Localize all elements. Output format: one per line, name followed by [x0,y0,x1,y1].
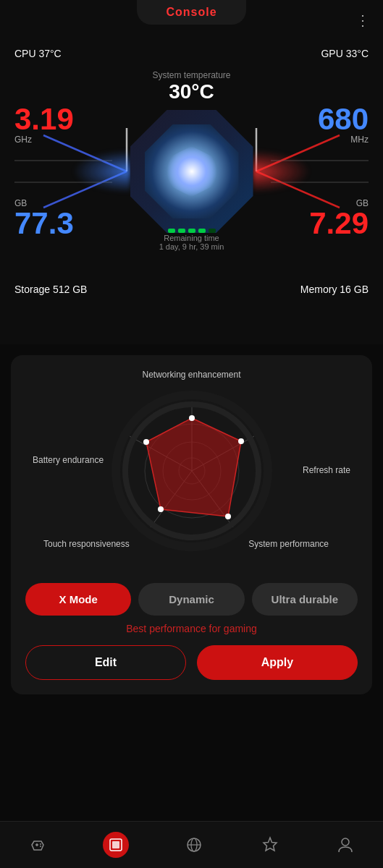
remaining-value: 1 day, 9 hr, 39 min [159,242,224,251]
header-tab: Console [137,0,245,25]
dot-1 [168,229,175,233]
dot-2 [178,229,185,233]
mode-buttons: X Mode Dynamic Ultra durable [25,583,358,616]
svg-marker-36 [264,838,277,851]
apply-button[interactable]: Apply [197,645,358,680]
system-monitor: CPU 37°C GPU 33°C [0,41,383,344]
svg-point-29 [40,843,41,845]
dot-5 [209,229,216,233]
menu-icon[interactable]: ⋮ [355,12,370,29]
nav-user-icon [335,835,355,855]
radar-label-top: Networking enhancement [142,370,240,381]
storage-stat: Storage 512 GB [14,284,87,295]
remaining-label: Remaining time [159,234,224,242]
nav-globe-icon [184,835,204,855]
mode-description: Best performance for gaming [25,623,358,634]
radar-container: Networking enhancement Refresh rate Syst… [25,370,358,572]
performance-card: Networking enhancement Refresh rate Syst… [11,355,372,694]
radar-label-bottom-right: System performance [248,539,329,550]
dot-3 [188,229,195,233]
nav-item-user[interactable] [324,829,366,861]
dynamic-button[interactable]: Dynamic [138,583,244,616]
radar-label-bottom-left: Touch responsiveness [43,539,130,550]
temp-value: 30°C [152,80,230,103]
cpu-stat: CPU 37°C [14,48,62,59]
top-stats: CPU 37°C GPU 33°C [14,48,369,59]
temp-display: System temperature 30°C [152,70,230,103]
svg-point-24 [225,514,231,519]
center-display: System temperature 30°C 3.19 GHz GB 77.3… [14,63,369,280]
gpu-stat: GPU 33°C [321,48,369,59]
svg-point-22 [189,415,195,421]
hex-outer [130,110,253,233]
radar-svg [101,388,282,554]
lightning-left [72,150,130,193]
bottom-stats: Storage 512 GB Memory 16 GB [14,280,369,299]
bottom-nav [0,821,383,868]
svg-point-26 [143,439,149,445]
remaining-time: Remaining time 1 day, 9 hr, 39 min [159,234,224,251]
temp-label: System temperature [152,70,230,80]
battery-indicator [168,229,216,233]
action-buttons: Edit Apply [25,645,358,680]
nav-item-globe[interactable] [173,829,215,861]
svg-marker-21 [146,418,241,516]
nav-item-favorites[interactable] [249,829,291,861]
edit-button[interactable]: Edit [25,645,186,680]
ultra-durable-button[interactable]: Ultra durable [252,583,358,616]
memory-stat: Memory 16 GB [300,284,369,295]
svg-point-23 [238,438,244,444]
dot-4 [198,229,206,233]
hex-inner [145,124,239,218]
lightning-right [253,150,311,193]
svg-point-25 [158,506,164,512]
nav-console-icon [103,832,129,858]
xmode-button[interactable]: X Mode [25,583,131,616]
svg-point-37 [342,838,349,846]
nav-gamepad-icon [28,835,48,855]
nav-star-icon [260,835,280,855]
svg-point-30 [40,846,41,847]
nav-item-console[interactable] [92,826,140,864]
hex-glow [167,146,217,197]
svg-rect-32 [112,841,119,848]
radar-label-left: Battery endurance [33,455,104,467]
radar-label-right: Refresh rate [303,465,350,477]
header-title: Console [166,6,216,18]
nav-item-gamepad[interactable] [17,829,59,861]
header: Console ⋮ [0,0,383,41]
hex-display [127,106,257,237]
